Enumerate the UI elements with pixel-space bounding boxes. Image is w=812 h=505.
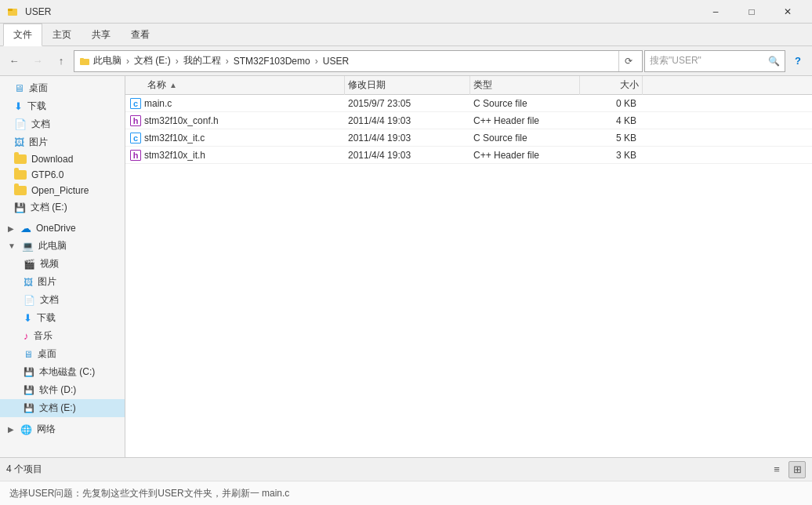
sidebar-item-docs2[interactable]: 📄 文档	[0, 291, 125, 309]
help-button[interactable]: ?	[787, 50, 809, 72]
file-date-2: 2011/4/4 19:03	[348, 115, 411, 126]
nav-bar: ← → ↑ 此电脑 › 文档 (E:) › 我的工程 › STM32F103De…	[0, 46, 812, 76]
file-size-1: 0 KB	[616, 98, 636, 109]
sidebar-item-localC[interactable]: 💾 本地磁盘 (C:)	[0, 363, 125, 381]
file-name-4: stm32f10x_it.h	[144, 150, 205, 161]
minimize-button[interactable]: –	[698, 0, 734, 24]
file-name-1: main.c	[144, 98, 172, 109]
sidebar-label-localC: 本地磁盘 (C:)	[39, 365, 95, 379]
sidebar-label-docs: 文档	[31, 118, 50, 131]
sidebar-label-music: 音乐	[34, 329, 53, 343]
file-type-1: C Source file	[473, 98, 527, 109]
sidebar-item-desktop[interactable]: 🖥 桌面	[0, 79, 125, 97]
sidebar-item-softD[interactable]: 💾 软件 (D:)	[0, 381, 125, 399]
network-icon: 🌐	[20, 424, 32, 435]
search-placeholder: 搜索"USER"	[650, 54, 765, 67]
sidebar-label-images2: 图片	[38, 275, 56, 289]
tab-home[interactable]: 主页	[42, 24, 82, 45]
sidebar-label-video: 视频	[40, 257, 59, 271]
file-date-cell-2: 2011/4/4 19:03	[345, 115, 470, 126]
col-date-label: 修改日期	[348, 78, 386, 92]
sidebar-item-images[interactable]: 🖼 图片	[0, 133, 125, 151]
sidebar-label-desktop: 桌面	[29, 82, 48, 95]
ribbon: 文件 主页 共享 查看	[0, 24, 812, 46]
sidebar-label-docE2: 文档 (E:)	[39, 401, 76, 415]
col-header-size[interactable]: 大小	[580, 76, 643, 95]
sidebar-item-OpenPic[interactable]: Open_Picture	[0, 183, 125, 198]
download3-icon: ⬇	[24, 312, 32, 324]
sidebar-label-docs2: 文档	[40, 293, 59, 307]
driveE-icon: 💾	[24, 403, 34, 413]
table-row[interactable]: c main.c 2015/9/7 23:05 C Source file 0 …	[125, 95, 812, 112]
col-size-label: 大小	[620, 78, 639, 92]
tab-view[interactable]: 查看	[121, 24, 160, 45]
sidebar-item-onedrive[interactable]: ▶ ☁ OneDrive	[0, 220, 125, 237]
address-part-demo: STM32F103Demo	[234, 56, 310, 67]
file-size-cell-3: 5 KB	[580, 133, 643, 144]
driveC-icon: 💾	[24, 367, 34, 377]
file-list: 名称 ▲ 修改日期 类型 大小 c main.c 2015/9/7 23:05	[125, 76, 812, 457]
tab-file[interactable]: 文件	[3, 24, 42, 46]
sidebar-item-images2[interactable]: 🖼 图片	[0, 273, 125, 291]
file-name-3: stm32f10x_it.c	[144, 133, 205, 144]
search-bar[interactable]: 搜索"USER" 🔍	[644, 50, 785, 72]
file-size-4: 3 KB	[616, 150, 636, 161]
search-icon[interactable]: 🔍	[768, 56, 780, 67]
table-row[interactable]: h stm32f10x_it.h 2011/4/4 19:03 C++ Head…	[125, 147, 812, 164]
col-header-type[interactable]: 类型	[470, 76, 580, 95]
file-type-cell-1: C Source file	[470, 98, 580, 109]
address-bar[interactable]: 此电脑 › 文档 (E:) › 我的工程 › STM32F103Demo › U…	[74, 50, 643, 72]
driveD-icon: 💾	[24, 385, 34, 395]
view-controls: ≡ ⊞	[768, 461, 806, 478]
address-part-user: USER	[323, 56, 349, 67]
file-icon-c-1: c	[130, 98, 141, 109]
info-text: 选择USER问题：先复制这些文件到USER文件夹，并刷新一 main.c	[9, 487, 289, 500]
sidebar-label-onedrive: OneDrive	[36, 223, 76, 234]
table-row[interactable]: h stm32f10x_conf.h 2011/4/4 19:03 C++ He…	[125, 112, 812, 129]
window-controls: – □ ✕	[698, 0, 806, 24]
ribbon-tabs: 文件 主页 共享 查看	[0, 24, 812, 45]
download-icon: ⬇	[14, 100, 23, 112]
sidebar-item-docs[interactable]: 📄 文档	[0, 115, 125, 133]
sidebar-item-docE[interactable]: 💾 文档 (E:)	[0, 198, 125, 216]
up-button[interactable]: ↑	[50, 50, 72, 72]
main-content: 🖥 桌面 ⬇ 下载 📄 文档 🖼 图片 Download	[0, 76, 812, 457]
sidebar-item-GTP60[interactable]: GTP6.0	[0, 167, 125, 183]
docs2-icon: 📄	[24, 295, 35, 306]
docs-icon: 📄	[14, 118, 27, 130]
svg-rect-1	[8, 9, 13, 11]
table-row[interactable]: c stm32f10x_it.c 2011/4/4 19:03 C Source…	[125, 129, 812, 147]
sidebar-label-docE: 文档 (E:)	[31, 201, 67, 214]
forward-button: →	[27, 50, 49, 72]
file-name-cell-4: h stm32f10x_it.h	[125, 150, 345, 161]
tab-share[interactable]: 共享	[82, 24, 121, 45]
sort-arrow-name: ▲	[169, 81, 177, 89]
sidebar-item-desktop2[interactable]: 🖥 桌面	[0, 345, 125, 363]
maximize-button[interactable]: □	[734, 0, 770, 24]
back-button[interactable]: ←	[3, 50, 25, 72]
close-button[interactable]: ✕	[770, 0, 806, 24]
sidebar-item-download[interactable]: ⬇ 下载	[0, 97, 125, 115]
file-date-3: 2011/4/4 19:03	[348, 133, 411, 144]
sidebar-item-network[interactable]: ▶ 🌐 网络	[0, 420, 125, 438]
sidebar-item-mypc[interactable]: ▼ 💻 此电脑	[0, 237, 125, 255]
col-header-date[interactable]: 修改日期	[345, 76, 470, 95]
sidebar-item-video[interactable]: 🎬 视频	[0, 255, 125, 273]
item-count: 4 个项目	[6, 463, 42, 476]
col-name-label: 名称	[147, 78, 166, 92]
view-grid-button[interactable]: ⊞	[788, 461, 806, 478]
sidebar-item-music[interactable]: ♪ 音乐	[0, 327, 125, 345]
col-header-name[interactable]: 名称 ▲	[125, 76, 345, 95]
sidebar-item-docE2[interactable]: 💾 文档 (E:)	[0, 399, 125, 417]
sidebar-item-Download2[interactable]: Download	[0, 151, 125, 167]
status-bar: 4 个项目 ≡ ⊞	[0, 457, 812, 481]
file-size-2: 4 KB	[616, 115, 636, 126]
pc-icon: 💻	[22, 241, 34, 252]
view-list-button[interactable]: ≡	[768, 461, 785, 478]
address-part-pc: 此电脑	[93, 54, 121, 67]
sidebar-label-mypc: 此电脑	[38, 239, 67, 252]
file-type-4: C++ Header file	[473, 150, 539, 161]
sidebar-label-network: 网络	[37, 423, 56, 436]
sidebar-item-download3[interactable]: ⬇ 下载	[0, 309, 125, 327]
refresh-button[interactable]: ⟳	[618, 51, 637, 71]
